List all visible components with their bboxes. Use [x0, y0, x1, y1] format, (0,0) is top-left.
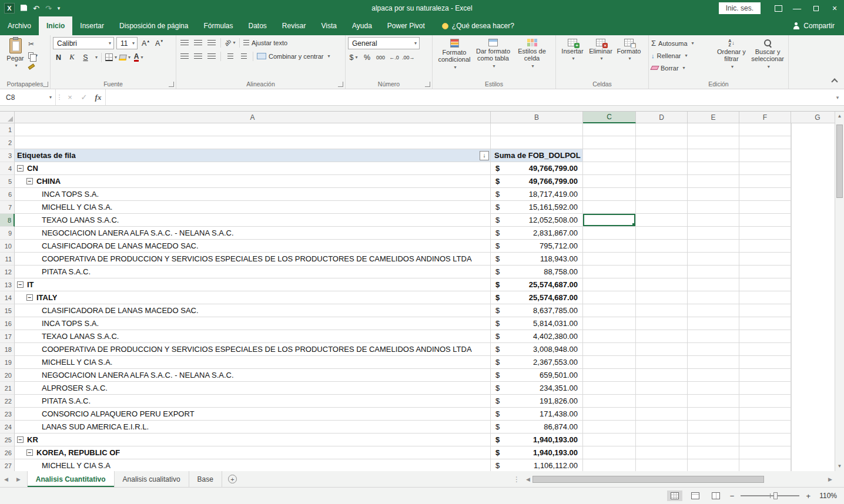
cell-g1[interactable] — [791, 123, 792, 136]
vertical-scrollbar[interactable]: ▲ ▼ — [835, 112, 844, 471]
cell-a5[interactable]: −CHINA — [15, 175, 491, 188]
new-sheet-button[interactable]: + — [222, 471, 243, 487]
cell-e5[interactable] — [688, 175, 739, 188]
cell-b19[interactable]: $2,367,553.00 — [491, 356, 583, 369]
cell-a26[interactable]: −KOREA, REPUBLIC OF — [15, 446, 491, 459]
cell-b21[interactable]: $234,351.00 — [491, 382, 583, 395]
fill-color-button[interactable]: ▾ — [119, 52, 130, 63]
sort-filter-button[interactable]: AZ↓ Ordenar y filtrar ▾ — [714, 37, 750, 79]
cell-e22[interactable] — [688, 395, 739, 408]
tell-me-box[interactable]: ¿Qué desea hacer? — [442, 16, 514, 35]
cell-f24[interactable] — [739, 421, 791, 434]
cell-e9[interactable] — [688, 227, 739, 240]
cancel-icon[interactable]: × — [63, 89, 77, 105]
column-header-f[interactable]: F — [739, 112, 791, 123]
cell-g3[interactable] — [791, 149, 792, 162]
cell-b10[interactable]: $795,712.00 — [491, 240, 583, 253]
row-header[interactable]: 22 — [0, 395, 15, 408]
formula-bar-grip[interactable]: ⋮ — [56, 89, 63, 105]
cell-f11[interactable] — [739, 253, 791, 266]
cell-f16[interactable] — [739, 317, 791, 330]
cell-f3[interactable] — [739, 149, 791, 162]
page-layout-view-button[interactable] — [688, 490, 703, 501]
cell-b12[interactable]: $88,758.00 — [491, 266, 583, 278]
cell-a4[interactable]: −CN — [15, 162, 491, 175]
zoom-slider[interactable] — [741, 495, 799, 496]
cell-d18[interactable] — [636, 343, 688, 356]
align-right-button[interactable] — [206, 51, 217, 62]
underline-button[interactable]: S — [80, 52, 91, 63]
cell-b24[interactable]: $86,874.00 — [491, 421, 583, 434]
expand-formula-bar-icon[interactable]: ▾ — [831, 89, 844, 105]
insert-cells-button[interactable]: + Insertar ▾ — [558, 37, 587, 79]
cell-e16[interactable] — [688, 317, 739, 330]
cell-f18[interactable] — [739, 343, 791, 356]
dialog-launcher-icon[interactable] — [425, 82, 430, 87]
cell-e23[interactable] — [688, 408, 739, 421]
increase-font-button[interactable]: A▴ — [140, 38, 151, 49]
cell-g6[interactable] — [791, 188, 792, 201]
cell-e20[interactable] — [688, 369, 739, 382]
cell-a16[interactable]: INCA TOPS S.A. — [15, 317, 491, 330]
cell-d7[interactable] — [636, 201, 688, 214]
ribbon-tab-vista[interactable]: Vista — [314, 16, 344, 35]
align-top-button[interactable] — [179, 37, 190, 48]
cell-c5[interactable] — [583, 175, 636, 188]
align-center-button[interactable] — [192, 51, 203, 62]
cell-e27[interactable] — [688, 459, 739, 471]
cell-g24[interactable] — [791, 421, 792, 434]
cell-c12[interactable] — [583, 266, 636, 278]
cell-d9[interactable] — [636, 227, 688, 240]
dialog-launcher-icon[interactable] — [338, 82, 343, 87]
cell-g7[interactable] — [791, 201, 792, 214]
formula-input[interactable] — [105, 89, 831, 105]
cell-b5[interactable]: $49,766,799.00 — [491, 175, 583, 188]
cell-g9[interactable] — [791, 227, 792, 240]
row-header[interactable]: 17 — [0, 330, 15, 343]
cell-g16[interactable] — [791, 317, 792, 330]
cell-d22[interactable] — [636, 395, 688, 408]
select-all-button[interactable] — [0, 112, 15, 123]
cell-f21[interactable] — [739, 382, 791, 395]
excel-logo-icon[interactable]: X — [4, 3, 15, 14]
ribbon-tab-power-pivot[interactable]: Power Pivot — [380, 16, 433, 35]
cell-b22[interactable]: $191,826.00 — [491, 395, 583, 408]
collapse-icon[interactable]: − — [26, 449, 33, 456]
cell-c13[interactable] — [583, 278, 636, 291]
collapse-ribbon-icon[interactable] — [831, 78, 838, 85]
cell-d23[interactable] — [636, 408, 688, 421]
cell-e3[interactable] — [688, 149, 739, 162]
column-header-c[interactable]: C — [583, 112, 636, 123]
cell-b13[interactable]: $25,574,687.00 — [491, 278, 583, 291]
cell-a23[interactable]: CONSORCIO ALPAQUERO PERU EXPORT — [15, 408, 491, 421]
row-header[interactable]: 3 — [0, 149, 15, 162]
cell-c11[interactable] — [583, 253, 636, 266]
cell-a20[interactable]: NEGOCIACION LANERA ALFA S.A.C. - NELANA … — [15, 369, 491, 382]
cell-f8[interactable] — [739, 214, 791, 227]
cell-styles-button[interactable]: Estilos de celda ▾ — [513, 37, 551, 79]
prev-sheet-icon[interactable]: ◀ — [0, 471, 12, 487]
cell-b3[interactable]: Suma de FOB_DOLPOL — [491, 149, 583, 162]
column-header-e[interactable]: E — [688, 112, 739, 123]
collapse-icon[interactable]: − — [17, 165, 24, 172]
align-middle-button[interactable] — [192, 37, 203, 48]
collapse-icon[interactable]: − — [26, 178, 33, 184]
cell-g22[interactable] — [791, 395, 792, 408]
row-header[interactable]: 19 — [0, 356, 15, 369]
zoom-slider-thumb[interactable] — [773, 492, 778, 499]
cell-c25[interactable] — [583, 434, 636, 446]
find-select-button[interactable]: Buscar y seleccionar ▾ — [749, 37, 786, 79]
cell-c10[interactable] — [583, 240, 636, 253]
align-left-button[interactable] — [179, 51, 190, 62]
cell-f27[interactable] — [739, 459, 791, 471]
cell-e24[interactable] — [688, 421, 739, 434]
cell-c26[interactable] — [583, 446, 636, 459]
cell-a7[interactable]: MICHELL Y CIA S.A. — [15, 201, 491, 214]
cell-b4[interactable]: $49,766,799.00 — [491, 162, 583, 175]
cell-d5[interactable] — [636, 175, 688, 188]
row-header[interactable]: 18 — [0, 343, 15, 356]
ribbon-tab-archivo[interactable]: Archivo — [0, 16, 39, 35]
cell-c21[interactable] — [583, 382, 636, 395]
cell-a2[interactable] — [15, 136, 491, 149]
cell-c1[interactable] — [583, 123, 636, 136]
